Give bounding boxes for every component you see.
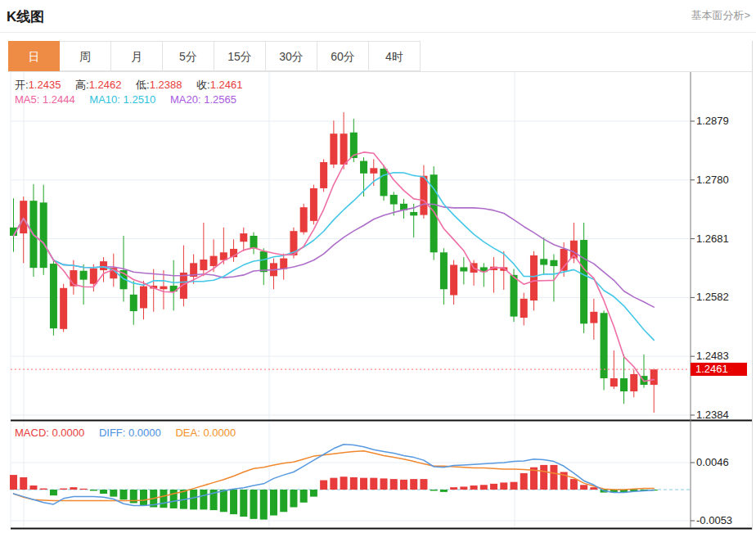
macd-histogram-bar [580, 485, 587, 490]
macd-histogram-bar [410, 479, 417, 490]
candle-body [601, 313, 608, 378]
macd-histogram-bar [340, 477, 348, 490]
macd-histogram-bar [200, 490, 207, 509]
candle-body [360, 161, 367, 174]
candle-body [40, 202, 47, 268]
candle-body [100, 261, 107, 270]
candle-body [130, 295, 137, 311]
candle-body [370, 168, 377, 174]
macd-histogram-bar [40, 489, 47, 490]
candle-body [50, 264, 57, 328]
macd-histogram-bar [470, 486, 478, 490]
current-price-badge: 1.2461 [691, 363, 747, 376]
macd-histogram-bar [250, 490, 258, 519]
candle-body [380, 169, 388, 196]
macd-histogram-bar [520, 473, 528, 490]
macd-histogram-bar [20, 477, 27, 490]
price-axis-label: 1.2483 [696, 350, 750, 362]
high-value: 1.2462 [89, 79, 122, 91]
macd-histogram-bar [300, 490, 308, 503]
candle-body [590, 312, 597, 323]
price-axis-label: 1.2681 [696, 233, 750, 245]
macd-histogram-bar [110, 490, 117, 497]
macd-histogram-bar [550, 465, 557, 490]
macd-histogram-bar [160, 490, 167, 508]
macd-histogram-bar [500, 482, 507, 490]
macd-histogram-bar [50, 490, 57, 495]
candle-body [530, 255, 538, 300]
candle-body [260, 251, 268, 272]
macd-histogram-bar [140, 490, 147, 505]
macd-axis-label: 0.0046 [696, 456, 750, 468]
macd-histogram-bar [310, 490, 317, 497]
ma5-value: 1.2444 [43, 93, 75, 106]
candle-body [300, 207, 308, 232]
ma10-line [14, 173, 655, 341]
macd-histogram-bar [270, 490, 277, 516]
diff-value: 0.0000 [128, 427, 161, 439]
candle-body [160, 287, 167, 290]
ma5-label: MA5: [15, 93, 39, 106]
macd-histogram-bar [570, 479, 578, 490]
macd-histogram-bar [390, 479, 398, 490]
ma10-value: 1.2510 [124, 93, 156, 106]
ma10-label: MA10: [89, 93, 120, 106]
candle-body [610, 378, 618, 386]
macd-histogram-bar [460, 486, 467, 490]
candle-body [90, 269, 97, 284]
macd-histogram-bar [540, 465, 547, 490]
macd-histogram-bar [90, 490, 97, 490]
macd-histogram-bar [350, 477, 358, 490]
macd-histogram-bar [170, 490, 178, 508]
open-value: 1.2435 [29, 79, 61, 91]
macd-histogram-bar [490, 484, 497, 490]
candle-body [320, 162, 327, 188]
candle-body [390, 195, 398, 205]
macd-label: MACD: [15, 427, 49, 439]
candle-body [440, 252, 448, 289]
candle-body [200, 260, 207, 270]
macd-histogram-bar [100, 490, 107, 494]
candle-body [450, 265, 457, 296]
dea-line [14, 451, 655, 501]
macd-histogram-bar [260, 490, 268, 520]
macd-histogram-bar [60, 489, 67, 490]
macd-histogram-bar [480, 485, 488, 490]
candle-body [520, 299, 528, 318]
macd-histogram-bar [29, 486, 37, 490]
macd-histogram-bar [190, 490, 197, 509]
candle-body [20, 201, 27, 233]
macd-axis-label: -0.0053 [696, 514, 750, 526]
candle-body [550, 260, 557, 266]
macd-value: 0.0000 [52, 427, 85, 439]
candle-body [240, 233, 247, 242]
candle-body [410, 212, 417, 215]
macd-histogram-bar [360, 478, 367, 490]
candle-body [140, 287, 147, 309]
candle-body [580, 240, 587, 323]
price-axis-label: 1.2780 [696, 174, 750, 186]
widget-right-border [752, 41, 753, 530]
candle-body [210, 256, 218, 266]
macd-histogram-bar [320, 481, 327, 490]
candle-body [460, 267, 467, 271]
price-axis-label: 1.2582 [696, 291, 750, 303]
candle-body [630, 374, 637, 391]
close-value: 1.2461 [210, 79, 243, 91]
candle-body [650, 369, 658, 385]
candle-body [620, 378, 628, 391]
macd-histogram-bar [590, 487, 597, 490]
candle-body [310, 188, 317, 221]
low-value: 1.2388 [150, 79, 182, 91]
ohlc-legend: 开:1.2435 高:1.2462 低:1.2388 收:1.2461 [15, 78, 254, 93]
kline-widget: K线图 基本面分析> 日周月5分15分30分60分4时 开:1.2435 高:1… [0, 0, 756, 533]
candle-body [420, 176, 427, 215]
open-label: 开: [15, 79, 29, 91]
macd-histogram-bar [280, 490, 287, 512]
dea-value: 0.0000 [203, 427, 236, 439]
macd-histogram-bar [440, 490, 448, 492]
ma20-label: MA20: [170, 93, 201, 106]
macd-histogram-bar [220, 490, 227, 512]
macd-histogram-bar [511, 482, 518, 490]
macd-histogram-bar [70, 487, 77, 490]
